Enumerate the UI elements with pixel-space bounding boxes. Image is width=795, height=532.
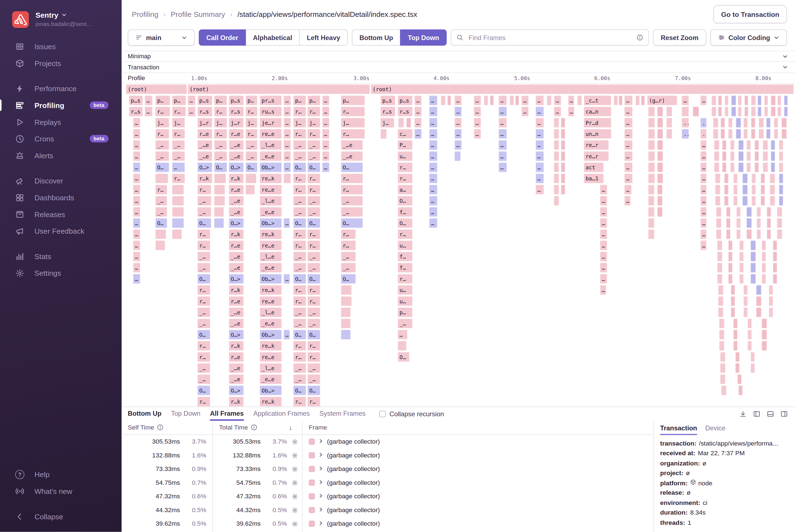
- flame-block[interactable]: [743, 117, 748, 128]
- flame-block[interactable]: …: [600, 262, 607, 273]
- flame-block[interactable]: …: [429, 151, 438, 161]
- flame-block[interactable]: [743, 129, 748, 139]
- flame-block[interactable]: (root): [126, 84, 187, 94]
- flame-block[interactable]: [757, 106, 761, 117]
- flame-block[interactable]: [766, 129, 771, 139]
- chevron-right-icon[interactable]: [319, 438, 323, 445]
- details-tab-transaction[interactable]: Transaction: [660, 424, 697, 435]
- flame-block[interactable]: r…e: [229, 352, 244, 362]
- gear-icon[interactable]: [287, 438, 302, 445]
- tab-top-down[interactable]: Top Down: [171, 407, 200, 421]
- flame-block[interactable]: ba…1: [584, 173, 604, 184]
- flame-block[interactable]: [172, 229, 182, 240]
- flame-block[interactable]: …: [521, 95, 529, 106]
- flame-block[interactable]: _…: [398, 318, 413, 329]
- flame-block[interactable]: [648, 162, 655, 173]
- flame-block[interactable]: …: [145, 106, 152, 117]
- flame-block[interactable]: [720, 363, 725, 374]
- flame-block[interactable]: [657, 117, 663, 128]
- flame-block[interactable]: …: [535, 140, 544, 150]
- flame-block[interactable]: [728, 240, 733, 250]
- flame-block[interactable]: r…: [293, 285, 306, 295]
- flame-block[interactable]: [750, 274, 756, 284]
- flame-block[interactable]: [733, 173, 738, 184]
- flame-block[interactable]: [739, 240, 744, 250]
- flame-block[interactable]: [657, 195, 663, 206]
- flame-block[interactable]: …: [133, 274, 140, 284]
- flame-block[interactable]: u…: [398, 240, 413, 250]
- flame-block[interactable]: [716, 229, 721, 240]
- download-icon[interactable]: [739, 410, 747, 418]
- flame-block[interactable]: (root): [371, 84, 794, 94]
- flame-block[interactable]: ca…n: [584, 106, 611, 117]
- flame-block[interactable]: [553, 195, 559, 206]
- flame-block[interactable]: O…: [307, 162, 320, 173]
- flame-block[interactable]: O…>: [229, 274, 244, 284]
- flame-block[interactable]: ..: [681, 117, 689, 128]
- flamegraph[interactable]: (root)(root)(root)p…s…p…p……p…sp…p…sp…pr……: [126, 84, 794, 406]
- table-row-self[interactable]: 39.62ms0.5%: [122, 517, 213, 531]
- gear-icon[interactable]: [287, 507, 302, 513]
- find-frames-search[interactable]: [451, 29, 649, 45]
- flame-block[interactable]: …: [700, 151, 707, 161]
- flame-block[interactable]: [657, 140, 663, 150]
- flame-block[interactable]: [733, 341, 738, 351]
- flame-block[interactable]: r…: [341, 240, 356, 250]
- flame-block[interactable]: [681, 106, 689, 117]
- flame-block[interactable]: _…e: [197, 151, 212, 161]
- flame-block[interactable]: [751, 106, 756, 117]
- flame-block[interactable]: [747, 329, 752, 340]
- sidebar-item-crons[interactable]: Cronsbeta: [0, 130, 122, 147]
- flame-block[interactable]: r…: [307, 129, 320, 139]
- flame-block[interactable]: …: [283, 140, 291, 150]
- flame-block[interactable]: p…: [172, 95, 186, 106]
- flame-block[interactable]: [751, 95, 756, 106]
- flame-block[interactable]: [751, 129, 756, 139]
- flame-block[interactable]: _…: [197, 207, 211, 217]
- flame-block[interactable]: [648, 117, 655, 128]
- sidebar-item-settings[interactable]: Settings: [0, 265, 122, 282]
- flame-block[interactable]: r…: [214, 129, 227, 139]
- flame-block[interactable]: [657, 106, 663, 117]
- flame-block[interactable]: [747, 318, 752, 329]
- flame-block[interactable]: [283, 173, 291, 184]
- flame-block[interactable]: [724, 195, 729, 206]
- flame-block[interactable]: …: [414, 95, 422, 106]
- chevron-right-icon[interactable]: [319, 466, 323, 473]
- flame-block[interactable]: [754, 151, 759, 161]
- flame-block[interactable]: [731, 296, 735, 306]
- flame-block[interactable]: r…e: [229, 129, 244, 139]
- flame-block[interactable]: [398, 341, 406, 351]
- flame-block[interactable]: [648, 106, 655, 117]
- flame-block[interactable]: [657, 185, 663, 195]
- flame-block[interactable]: [719, 341, 724, 351]
- flame-block[interactable]: …: [535, 185, 544, 195]
- flame-block[interactable]: [718, 106, 722, 117]
- flame-block[interactable]: [738, 106, 742, 117]
- flame-block[interactable]: [718, 95, 722, 106]
- flame-block[interactable]: [733, 185, 738, 195]
- flame-block[interactable]: [717, 262, 722, 273]
- flame-block[interactable]: [717, 274, 722, 284]
- flame-block[interactable]: r…s: [398, 106, 413, 117]
- flame-block[interactable]: [561, 173, 565, 184]
- sidebar-item-help[interactable]: ?Help: [0, 466, 122, 483]
- flame-block[interactable]: re…e: [260, 240, 282, 250]
- flame-block[interactable]: …: [172, 162, 185, 173]
- flame-block[interactable]: p…: [341, 95, 365, 106]
- flame-block[interactable]: [751, 117, 756, 128]
- flame-block[interactable]: …: [283, 218, 290, 228]
- flame-block[interactable]: _…: [341, 251, 356, 262]
- flame-block[interactable]: [693, 106, 699, 117]
- flame-block[interactable]: …: [322, 140, 330, 150]
- flame-block[interactable]: [773, 262, 777, 273]
- flame-block[interactable]: _…: [341, 195, 363, 206]
- flame-block[interactable]: p…: [293, 95, 306, 106]
- flame-block[interactable]: [746, 140, 751, 150]
- sidebar-item-issues[interactable]: Issues: [0, 38, 122, 55]
- flame-block[interactable]: …: [133, 195, 140, 206]
- flame-block[interactable]: …: [521, 106, 529, 117]
- flame-block[interactable]: [245, 185, 255, 195]
- flame-block[interactable]: [738, 385, 743, 396]
- flame-block[interactable]: …: [133, 117, 140, 128]
